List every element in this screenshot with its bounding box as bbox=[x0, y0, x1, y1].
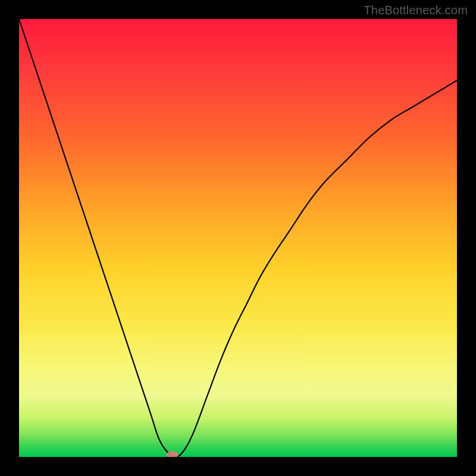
bottleneck-curve bbox=[19, 19, 457, 457]
chart-svg bbox=[19, 19, 457, 457]
chart-frame: TheBottleneck.com bbox=[0, 0, 476, 476]
plot-area bbox=[19, 19, 457, 457]
watermark-label: TheBottleneck.com bbox=[364, 4, 468, 17]
chart-curve-group bbox=[19, 19, 457, 457]
